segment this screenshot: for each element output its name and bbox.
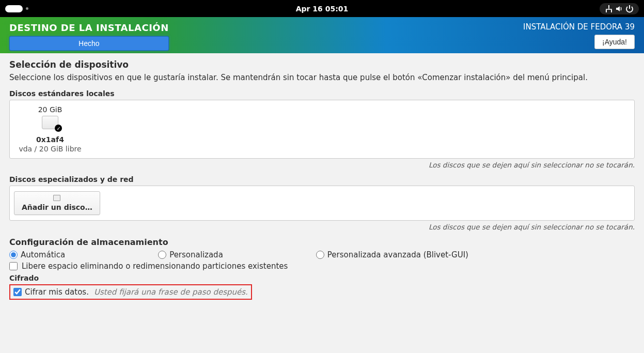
encryption-heading: Cifrado <box>9 274 635 282</box>
encrypt-note: Usted fijará una frase de paso después. <box>94 287 248 297</box>
harddrive-icon <box>40 116 60 132</box>
storage-config-heading: Configuración de almacenamiento <box>9 237 635 247</box>
reclaim-space-option[interactable]: Libere espacio eliminando o redimensiona… <box>9 262 635 271</box>
special-disks-box: Añadir un disco… <box>9 186 635 221</box>
radio-custom-label: Personalizada <box>169 250 223 259</box>
volume-icon <box>615 5 623 13</box>
activities-pill-icon <box>5 5 23 12</box>
add-disk-label: Añadir un disco… <box>22 203 92 211</box>
radio-advanced-input[interactable] <box>316 251 324 259</box>
device-selection-title: Selección de dispositivo <box>9 59 635 70</box>
add-disk-button[interactable]: Añadir un disco… <box>14 191 100 215</box>
svg-rect-0 <box>608 5 609 8</box>
special-disks-heading: Discos especializados y de red <box>9 175 635 183</box>
radio-custom-input[interactable] <box>158 251 166 259</box>
encrypt-data-label: Cifrar mis datos. <box>25 287 89 297</box>
special-disks-hint: Los discos que se dejen aquí sin selecci… <box>9 223 635 231</box>
workspace-dot-icon <box>26 7 28 10</box>
disk-size: 20 GiB <box>14 105 86 114</box>
product-label: INSTALACIÓN DE FEDORA 39 <box>523 22 635 32</box>
done-button[interactable]: Hecho <box>9 36 169 51</box>
radio-advanced-label: Personalizada avanzada (Blivet-GUI) <box>327 250 468 259</box>
reclaim-space-checkbox[interactable] <box>9 262 18 270</box>
local-disks-box: 20 GiB 0x1af4 vda / 20 GiB libre <box>9 100 635 159</box>
radio-automatic-input[interactable] <box>9 251 18 259</box>
local-disks-heading: Discos estándares locales <box>9 89 635 98</box>
disk-name: 0x1af4 <box>14 135 86 144</box>
drive-add-icon <box>53 195 60 201</box>
local-disks-hint: Los discos que se dejen aquí sin selecci… <box>9 161 635 169</box>
gnome-topbar: Apr 16 05:01 <box>0 0 644 17</box>
system-status-area[interactable] <box>600 3 639 14</box>
installer-header: DESTINO DE LA INSTALACIÓN Hecho INSTALAC… <box>0 17 644 53</box>
radio-automatic-label: Automática <box>21 250 65 259</box>
help-button[interactable]: ¡Ayuda! <box>594 35 635 49</box>
clock[interactable]: Apr 16 05:01 <box>296 5 349 13</box>
encrypt-data-checkbox[interactable] <box>13 288 22 296</box>
disk-subtext: vda / 20 GiB libre <box>14 145 86 153</box>
storage-config-options: Automática Personalizada Personalizada a… <box>9 250 635 259</box>
radio-custom[interactable]: Personalizada <box>158 250 223 259</box>
radio-automatic[interactable]: Automática <box>9 250 65 259</box>
activities-indicator[interactable] <box>5 5 28 12</box>
reclaim-space-label: Libere espacio eliminando o redimensiona… <box>22 262 288 271</box>
radio-advanced[interactable]: Personalizada avanzada (Blivet-GUI) <box>316 250 468 259</box>
page-title: DESTINO DE LA INSTALACIÓN <box>9 22 169 33</box>
svg-rect-1 <box>606 10 607 12</box>
device-selection-desc: Seleccione los dispositivos en que le gu… <box>9 73 635 82</box>
svg-rect-2 <box>611 10 612 12</box>
disk-item[interactable]: 20 GiB 0x1af4 vda / 20 GiB libre <box>14 105 86 153</box>
encryption-row-highlight: Cifrar mis datos. Usted fijará una frase… <box>9 284 252 300</box>
network-icon <box>605 5 613 13</box>
content-area: Selección de dispositivo Seleccione los … <box>0 53 644 306</box>
power-icon <box>625 5 634 13</box>
